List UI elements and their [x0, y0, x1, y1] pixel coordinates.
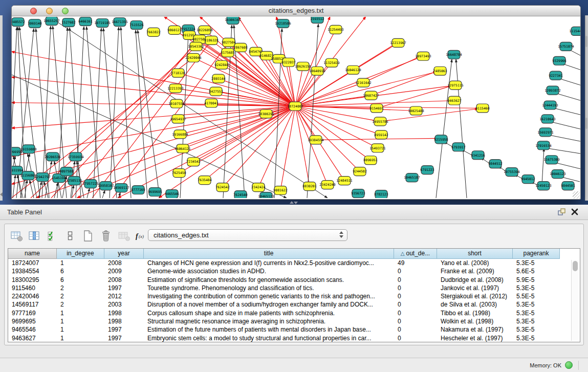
table-cell[interactable]: 2008	[104, 259, 144, 267]
graph-node[interactable]: 8186328	[204, 36, 218, 45]
graph-node[interactable]: 9844501	[561, 182, 575, 190]
graph-node[interactable]: 16064121	[175, 144, 190, 153]
table-cell[interactable]: Estimation of the future numbers of pati…	[144, 325, 394, 334]
network-canvas[interactable]: 2405572306914010655257152760264661611071…	[12, 17, 580, 198]
graph-node[interactable]: 9154691	[369, 104, 383, 113]
graph-node[interactable]: 12505135	[66, 177, 82, 185]
graph-node[interactable]: 18226058	[197, 26, 212, 34]
graph-node[interactable]: 16648784	[446, 50, 462, 59]
column-header-year[interactable]: year	[104, 249, 144, 259]
table-cell[interactable]: 14569117	[8, 300, 57, 309]
graph-node[interactable]: 15751074	[558, 42, 574, 51]
graph-node[interactable]: 10025488	[408, 106, 424, 115]
graph-node[interactable]: 9227341	[549, 71, 562, 80]
table-cell[interactable]: 6	[57, 276, 104, 284]
table-cell[interactable]: 2009	[104, 267, 144, 275]
table-cell[interactable]: 0	[394, 276, 437, 284]
table-row[interactable]: 946362711997Embryonic stem cells: a mode…	[8, 334, 580, 342]
table-cell[interactable]: Disruption of a novel member of a sodium…	[144, 300, 394, 309]
column-header-name[interactable]: name	[8, 249, 57, 259]
graph-node[interactable]: 18300295	[258, 110, 274, 118]
graph-node[interactable]: 15493721	[369, 144, 385, 152]
table-cell[interactable]: Genome-wide association studies in ADHD.	[144, 267, 394, 275]
table-cell[interactable]: 5.9E-5	[513, 276, 560, 284]
graph-node[interactable]: 9081622	[273, 186, 287, 195]
graph-node[interactable]: 10465187	[404, 173, 420, 182]
column-header-in_degree[interactable]: in_degree	[57, 249, 104, 259]
graph-node[interactable]: 16671355	[112, 17, 127, 26]
collapse-left-icon[interactable]	[0, 192, 3, 196]
table-cell[interactable]: 9699695	[8, 317, 57, 325]
table-cell[interactable]: 6	[57, 267, 104, 275]
graph-node[interactable]: 9463627	[447, 96, 461, 105]
graph-node[interactable]: 8830201	[302, 182, 316, 191]
table-cell[interactable]: 2008	[104, 276, 144, 284]
graph-node[interactable]: 10107554	[168, 99, 184, 108]
graph-node[interactable]: 2867608	[233, 43, 247, 52]
row-height-icon[interactable]	[63, 230, 77, 242]
graph-node[interactable]: 10543362	[188, 42, 204, 51]
table-cell[interactable]: 0	[394, 292, 437, 300]
graph-node[interactable]: 2342424	[251, 183, 265, 192]
graph-node[interactable]: 11254493	[328, 25, 343, 34]
table-cell[interactable]: Investigating the contribution of common…	[144, 292, 394, 300]
graph-node[interactable]: 19159088	[20, 145, 36, 154]
table-cell[interactable]: 2	[57, 300, 104, 309]
graph-node[interactable]: 10607427	[363, 91, 379, 100]
graph-node[interactable]: 18724007	[287, 102, 303, 111]
table-cell[interactable]: 5.3E-5	[513, 300, 560, 309]
graph-node[interactable]: 12484511	[336, 177, 352, 185]
table-cell[interactable]: 5.3E-5	[513, 317, 560, 325]
table-cell[interactable]: 0	[394, 267, 437, 275]
graph-node[interactable]: 9322037	[281, 58, 295, 67]
table-cell[interactable]: Changes of HCN gene expression and I(f) …	[144, 259, 394, 267]
table-cell[interactable]: 0	[394, 300, 437, 309]
graph-node[interactable]: 14955786	[372, 117, 388, 126]
table-cell[interactable]: 0	[394, 309, 437, 317]
graph-node[interactable]: 10465123	[258, 192, 274, 198]
graph-node[interactable]: 9329966	[552, 56, 566, 65]
graph-node[interactable]: 6466161	[78, 17, 92, 26]
graph-node[interactable]: 10046123	[550, 170, 565, 179]
table-cell[interactable]: de Silva et al. (2003)	[437, 300, 513, 309]
graph-node[interactable]: 9844512	[488, 160, 502, 168]
graph-node[interactable]: 9115460	[475, 104, 489, 113]
graph-node[interactable]: 11675309	[543, 156, 559, 164]
graph-node[interactable]: 6791223	[420, 166, 434, 174]
table-cell[interactable]: 2	[57, 284, 104, 292]
table-cell[interactable]: 1	[57, 309, 104, 317]
float-panel-icon[interactable]	[557, 208, 568, 217]
graph-node[interactable]: 12161642	[355, 78, 371, 87]
graph-node[interactable]: 11154408	[569, 27, 580, 35]
table-cell[interactable]: Jankovic et al. (1997)	[437, 284, 513, 292]
table-cell[interactable]: Corpus callosum shape and size in male p…	[144, 309, 394, 317]
graph-node[interactable]: 12444193	[542, 101, 558, 110]
window-resize-grip[interactable]	[573, 191, 580, 199]
table-cell[interactable]: 9115460	[8, 284, 57, 292]
select-all-icon[interactable]	[46, 230, 59, 242]
table-cell[interactable]: Nakamura et al. (1997)	[437, 325, 513, 334]
zoom-window-icon[interactable]	[62, 8, 69, 14]
graph-node[interactable]: 10755394	[504, 168, 519, 177]
table-cell[interactable]: Embryonic stem cells: a model to study s…	[144, 334, 394, 342]
table-cell[interactable]: Yano et al. (2008)	[437, 259, 513, 267]
graph-node[interactable]: 17957225	[82, 180, 98, 188]
table-cell[interactable]: Tibbo et al. (1998)	[437, 309, 513, 317]
table-cell[interactable]: 18300295	[8, 276, 57, 284]
graph-node[interactable]: 7234542	[186, 158, 200, 166]
table-row[interactable]: 1456911722003Disruption of a novel membe…	[8, 300, 580, 309]
scrollbar-thumb[interactable]	[573, 261, 578, 271]
table-cell[interactable]: 5.3E-5	[513, 259, 560, 267]
table-cell[interactable]: 22420046	[8, 292, 57, 300]
graph-node[interactable]: 17016534	[535, 141, 551, 150]
graph-node[interactable]: 2405572	[12, 17, 25, 26]
table-cell[interactable]: Hescheler et al. (1997)	[437, 334, 513, 342]
graph-node[interactable]: 20206536	[45, 152, 60, 161]
table-settings-icon[interactable]	[10, 230, 23, 242]
graph-node[interactable]: 9699695	[148, 188, 162, 196]
graph-node[interactable]: 7625450	[172, 169, 186, 178]
table-cell[interactable]: 9465546	[8, 325, 57, 334]
delete-table-icon[interactable]	[99, 230, 113, 242]
graph-node[interactable]: 1593512	[310, 17, 324, 23]
graph-node[interactable]: 19958107	[98, 182, 114, 190]
